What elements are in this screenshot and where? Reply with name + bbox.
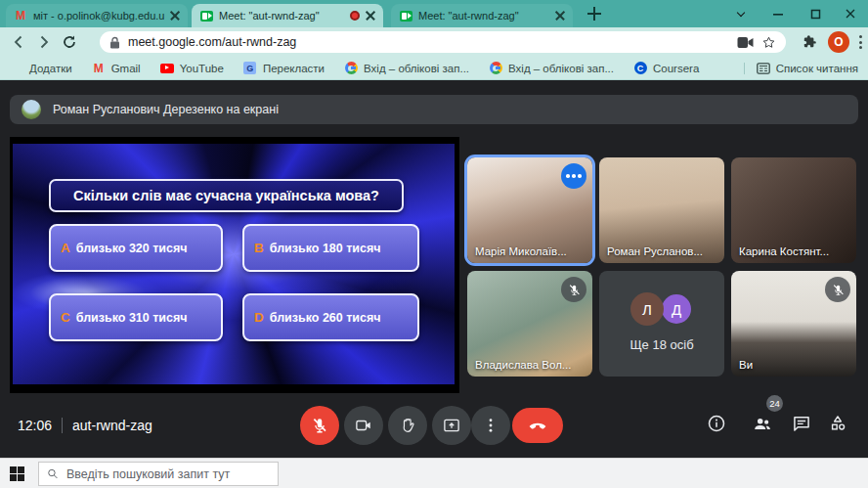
more-options-button[interactable]	[471, 406, 510, 445]
taskbar-search-input[interactable]	[66, 467, 270, 481]
reading-list-button[interactable]: Список читання	[744, 63, 858, 74]
divider	[62, 418, 63, 433]
bookmark-translate[interactable]: G Перекласти	[243, 62, 325, 75]
participant-tile-roman[interactable]: Роман Русланов...	[599, 157, 724, 263]
answer-letter: A	[61, 241, 70, 255]
participant-tile-you[interactable]: Ви	[731, 271, 856, 377]
activities-button[interactable]	[826, 412, 849, 435]
google-g-icon	[345, 62, 358, 74]
start-button[interactable]	[10, 466, 24, 481]
bookmark-google-signin-1[interactable]: Вхід – облікові зап...	[344, 62, 469, 75]
window-maximize-button[interactable]	[805, 4, 825, 23]
youtube-icon	[160, 64, 174, 73]
window-close-button[interactable]	[841, 4, 860, 23]
present-screen-button[interactable]	[432, 406, 471, 445]
bookmark-gmail[interactable]: M Gmail	[92, 62, 141, 75]
bookmark-label: YouTube	[180, 63, 224, 74]
meeting-details-button[interactable]	[705, 412, 728, 435]
reading-list-label: Список читання	[776, 63, 858, 74]
tab-title: Meet: "aut-rwnd-zag"	[418, 10, 549, 22]
mic-mute-button[interactable]	[300, 406, 339, 445]
window-restore-down-chevron-icon[interactable]	[731, 4, 751, 23]
tab-gmail[interactable]: M міт - o.polinok@kubg.edu.ua - П	[6, 4, 188, 27]
camera-button[interactable]	[344, 406, 383, 445]
participant-name: Марія Миколаїв...	[475, 245, 567, 257]
new-tab-button[interactable]	[586, 6, 602, 22]
browser-toolbar: meet.google.com/aut-rwnd-zag O	[0, 27, 868, 57]
participant-tile-karyna[interactable]: Карина Костянт...	[731, 157, 856, 263]
quiz-answer-b: B близько 180 тисяч	[242, 224, 419, 272]
participant-name: Владислава Вол...	[475, 359, 571, 371]
tab-meet-active[interactable]: Meet: "aut-rwnd-zag"	[192, 4, 383, 27]
bookmarks-bar: Додатки M Gmail YouTube G Перекласти Вхі…	[0, 57, 868, 80]
quiz-answer-c: C близько 310 тисяч	[49, 293, 223, 341]
mic-muted-icon	[561, 277, 586, 302]
meeting-info: 12:06 aut-rwnd-zag	[18, 406, 152, 445]
reload-button[interactable]	[57, 29, 82, 55]
extensions-puzzle-icon[interactable]	[803, 34, 818, 50]
presenter-avatar	[22, 100, 41, 119]
address-bar[interactable]: meet.google.com/aut-rwnd-zag	[100, 31, 786, 53]
bookmark-star-icon[interactable]	[761, 35, 776, 50]
more-participants-label: Ще 18 осіб	[599, 337, 724, 352]
answer-text: близько 310 тисяч	[76, 311, 188, 325]
bookmark-label: Coursera	[653, 63, 699, 74]
participants-button[interactable]	[751, 412, 774, 435]
tab-meet-2[interactable]: Meet: "aut-rwnd-zag"	[391, 4, 573, 27]
google-g-icon	[490, 62, 502, 74]
browser-tab-strip: M міт - o.polinok@kubg.edu.ua - П Meet: …	[0, 0, 868, 27]
lock-icon	[109, 36, 120, 49]
forward-button[interactable]	[31, 29, 57, 55]
leave-call-button[interactable]	[512, 408, 563, 443]
participant-name: Роман Русланов...	[607, 245, 703, 257]
recording-indicator-icon	[350, 11, 360, 21]
bookmark-label: Gmail	[111, 63, 141, 74]
presenting-banner-text: Роман Русланович Дерезенко на екрані	[53, 103, 279, 116]
participant-tile-maria[interactable]: Марія Миколаїв...	[467, 157, 592, 263]
camera-permission-icon[interactable]	[737, 36, 754, 49]
quiz-slide: Скільки слів має сучасна українська мова…	[13, 144, 455, 384]
bookmark-label: Додатки	[29, 63, 72, 74]
bookmark-apps[interactable]: Додатки	[10, 62, 72, 75]
taskbar-search[interactable]	[38, 462, 279, 486]
participant-tile-overflow[interactable]: Л Д Ще 18 осіб	[599, 271, 724, 377]
participant-name: Карина Костянт...	[739, 245, 829, 257]
bookmark-label: Перекласти	[263, 63, 325, 74]
coursera-icon: C	[634, 62, 647, 74]
gmail-favicon-icon: M	[14, 9, 27, 22]
apps-grid-icon	[10, 62, 23, 75]
translate-icon: G	[243, 62, 256, 74]
gmail-icon: M	[92, 62, 106, 75]
participant-count-badge: 24	[766, 395, 783, 412]
url-text: meet.google.com/aut-rwnd-zag	[128, 35, 729, 49]
answer-letter: C	[61, 310, 70, 325]
presenting-banner: Роман Русланович Дерезенко на екрані	[10, 95, 858, 124]
meeting-code: aut-rwnd-zag	[72, 418, 152, 433]
bookmark-youtube[interactable]: YouTube	[160, 62, 224, 75]
tab-close-icon[interactable]	[170, 11, 180, 21]
profile-avatar[interactable]: O	[828, 31, 849, 53]
search-icon	[47, 467, 59, 480]
tab-close-icon[interactable]	[366, 11, 375, 21]
meet-favicon-icon	[400, 11, 412, 22]
bookmark-label: Вхід – облікові зап...	[364, 63, 469, 74]
bookmark-coursera[interactable]: C Coursera	[633, 62, 699, 75]
screenshare-region: Скільки слів має сучасна українська мова…	[10, 137, 459, 393]
browser-menu-icon[interactable]	[859, 35, 862, 49]
mic-muted-icon	[825, 277, 850, 302]
window-minimize-button[interactable]	[768, 4, 788, 23]
tab-title: міт - o.polinok@kubg.edu.ua - П	[33, 10, 164, 22]
back-button[interactable]	[6, 29, 31, 55]
chat-button[interactable]	[790, 412, 813, 435]
overflow-avatar-d: Д	[660, 292, 693, 326]
bookmark-label: Вхід – облікові зап...	[508, 63, 614, 74]
participant-tile-vladyslava[interactable]: Владислава Вол...	[467, 271, 592, 377]
tile-options-icon[interactable]	[561, 163, 586, 189]
overflow-avatar-l: Л	[630, 292, 664, 326]
bookmark-google-signin-2[interactable]: Вхід – облікові зап...	[489, 62, 614, 75]
quiz-answer-a: A близько 320 тисяч	[49, 224, 223, 272]
windows-taskbar: L ENG 12:06 10.11.2021	[0, 458, 868, 488]
tab-close-icon[interactable]	[555, 11, 565, 21]
participant-name: Ви	[739, 359, 753, 371]
raise-hand-button[interactable]	[388, 406, 427, 445]
